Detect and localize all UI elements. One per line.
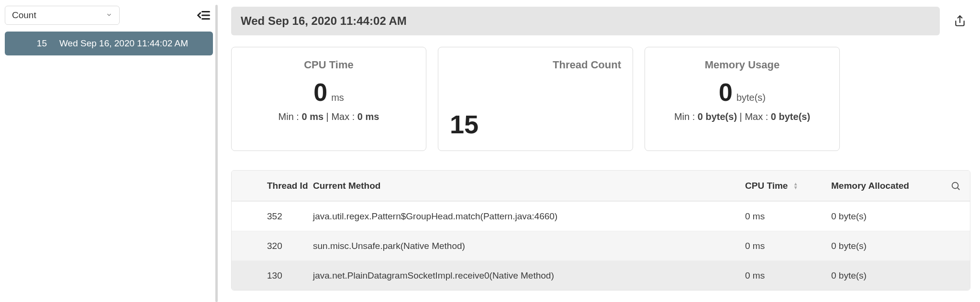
col-cpu-time[interactable]: CPU Time ▲▼ <box>745 181 831 191</box>
table-row[interactable]: 130 java.net.PlainDatagramSocketImpl.rec… <box>232 260 970 290</box>
cell-thread-id: 130 <box>232 270 313 281</box>
cpu-unit: ms <box>331 92 344 103</box>
snapshot-count: 15 <box>13 38 47 49</box>
cell-mem: 0 byte(s) <box>831 270 941 281</box>
thread-card-title: Thread Count <box>553 59 621 71</box>
cell-mem: 0 byte(s) <box>831 241 941 251</box>
col-current-method[interactable]: Current Method <box>313 181 745 191</box>
cpu-value: 0 <box>313 80 327 105</box>
share-button[interactable] <box>949 11 970 32</box>
cpu-time-card: CPU Time 0 ms Min : 0 ms | Max : 0 ms <box>231 47 426 151</box>
svg-point-4 <box>952 182 958 188</box>
cpu-minmax: Min : 0 ms | Max : 0 ms <box>278 111 379 122</box>
memory-card-title: Memory Usage <box>705 59 780 71</box>
cell-method: java.util.regex.Pattern$GroupHead.match(… <box>313 211 745 222</box>
search-icon <box>950 181 961 191</box>
table-search-button[interactable] <box>941 181 970 191</box>
cell-cpu: 0 ms <box>745 241 831 251</box>
snapshot-timestamp: Wed Sep 16, 2020 11:44:02 AM <box>59 38 188 49</box>
sidebar: Count 15 Wed Sep 16, 2020 11:44:02 AM <box>0 0 218 302</box>
sidebar-divider <box>215 5 218 302</box>
col-thread-id[interactable]: Thread Id <box>232 181 313 191</box>
threads-table: Thread Id Current Method CPU Time ▲▼ Mem… <box>231 170 970 291</box>
snapshot-list-item[interactable]: 15 Wed Sep 16, 2020 11:44:02 AM <box>5 32 213 55</box>
table-header-row: Thread Id Current Method CPU Time ▲▼ Mem… <box>232 171 970 201</box>
cell-mem: 0 byte(s) <box>831 211 941 222</box>
table-body: 352 java.util.regex.Pattern$GroupHead.ma… <box>232 201 970 290</box>
collapse-sidebar-button[interactable] <box>194 6 213 25</box>
cell-method: sun.misc.Unsafe.park(Native Method) <box>313 241 745 251</box>
col-memory-allocated[interactable]: Memory Allocated <box>831 181 941 191</box>
thread-count-card: Thread Count 15 <box>438 47 633 151</box>
cell-thread-id: 320 <box>232 241 313 251</box>
chevron-down-icon <box>106 11 112 20</box>
count-select[interactable]: Count <box>5 6 120 25</box>
sort-icon: ▲▼ <box>793 182 798 190</box>
cell-method: java.net.PlainDatagramSocketImpl.receive… <box>313 270 745 281</box>
svg-line-5 <box>958 188 959 190</box>
table-row[interactable]: 320 sun.misc.Unsafe.park(Native Method) … <box>232 231 970 260</box>
main-content: Wed Sep 16, 2020 11:44:02 AM CPU Time 0 … <box>218 0 980 302</box>
thread-count-value: 15 <box>450 109 479 139</box>
count-select-label: Count <box>12 10 36 21</box>
cell-thread-id: 352 <box>232 211 313 222</box>
memory-value: 0 <box>719 80 733 105</box>
memory-unit: byte(s) <box>736 92 766 103</box>
cell-cpu: 0 ms <box>745 270 831 281</box>
cpu-card-title: CPU Time <box>304 59 354 71</box>
memory-minmax: Min : 0 byte(s) | Max : 0 byte(s) <box>674 111 810 122</box>
page-title: Wed Sep 16, 2020 11:44:02 AM <box>241 14 407 28</box>
table-row[interactable]: 352 java.util.regex.Pattern$GroupHead.ma… <box>232 201 970 231</box>
memory-usage-card: Memory Usage 0 byte(s) Min : 0 byte(s) |… <box>645 47 840 151</box>
page-title-bar: Wed Sep 16, 2020 11:44:02 AM <box>231 7 940 35</box>
cell-cpu: 0 ms <box>745 211 831 222</box>
